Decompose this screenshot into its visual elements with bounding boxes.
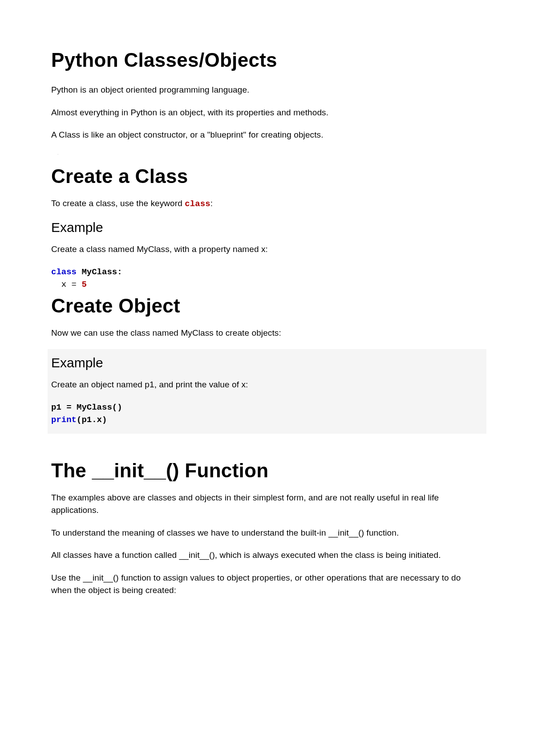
- code-print-args: (p1.x): [77, 415, 107, 425]
- example2-description: Create an object named p1, and print the…: [51, 378, 483, 391]
- init-paragraph-4: Use the __init__() function to assign va…: [51, 572, 483, 597]
- text-after-keyword: :: [210, 199, 213, 208]
- init-paragraph-3: All classes have a function called __ini…: [51, 549, 483, 562]
- example-heading-1: Example: [51, 220, 483, 235]
- intro-paragraph-2: Almost everything in Python is an object…: [51, 106, 483, 119]
- code-block-2: p1 = MyClass() print(p1.x): [51, 401, 483, 427]
- code-keyword-print: print: [51, 415, 77, 425]
- section-create-class-title: Create a Class: [51, 165, 483, 187]
- section-spacer: [51, 434, 483, 456]
- example1-description: Create a class named MyClass, with a pro…: [51, 243, 483, 256]
- example-gray-box: Example Create an object named p1, and p…: [48, 349, 486, 434]
- class-keyword-inline: class: [185, 199, 210, 209]
- code-block-1: class MyClass: x = 5: [51, 266, 483, 291]
- code-number-5: 5: [81, 280, 86, 289]
- code-line2-indent: x =: [51, 280, 81, 289]
- code-line-p1: p1 = MyClass(): [51, 402, 122, 412]
- create-class-intro: To create a class, use the keyword class…: [51, 197, 483, 211]
- init-paragraph-2: To understand the meaning of classes we …: [51, 527, 483, 540]
- init-paragraph-1: The examples above are classes and objec…: [51, 492, 483, 517]
- text-before-keyword: To create a class, use the keyword: [51, 199, 185, 208]
- section-init-title: The __init__() Function: [51, 459, 483, 482]
- main-title: Python Classes/Objects: [51, 49, 483, 71]
- intro-paragraph-1: Python is an object oriented programming…: [51, 84, 483, 97]
- example-heading-2: Example: [51, 355, 483, 370]
- create-object-intro: Now we can use the class named MyClass t…: [51, 327, 483, 340]
- intro-paragraph-3: A Class is like an object constructor, o…: [51, 129, 483, 142]
- separator-dot: .: [57, 151, 483, 155]
- code-keyword-class: class: [51, 267, 77, 277]
- code-classname: MyClass:: [77, 267, 122, 277]
- section-create-object-title: Create Object: [51, 295, 483, 317]
